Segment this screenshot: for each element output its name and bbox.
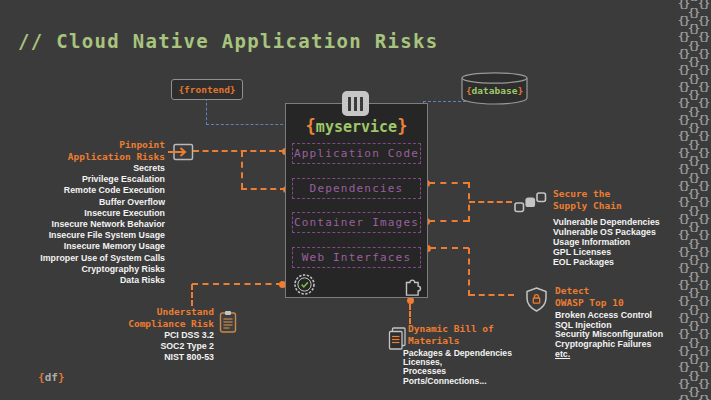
list-item: Pinpoint: [55, 139, 165, 151]
list-item: Remote Code Execution: [25, 185, 165, 196]
list-item: Insecure Network Behavior: [25, 219, 165, 230]
list-item: Secrets: [25, 163, 165, 174]
bom-section-title: Dynamic Bill ofMaterials: [408, 323, 518, 346]
brace-column: {} {} {} {} {} {} {} {} {} {} {} {} {} {…: [698, 0, 709, 400]
chain-links-icon: [514, 192, 547, 217]
myservice-container: {myservice} Application CodeDependencies…: [285, 103, 428, 298]
connector-frontend-v: [206, 98, 207, 125]
list-item: Cryptography Risks: [25, 264, 165, 275]
list-item: Insecure Execution: [25, 208, 165, 219]
myservice-label: {myservice}: [286, 116, 427, 136]
frontend-label: {frontend}: [178, 84, 235, 95]
list-item: Data Risks: [25, 275, 165, 286]
connector-pinpoint-branch-v: [241, 151, 243, 189]
service-layer: Web Interfaces: [292, 247, 421, 268]
list-item: Improper Use of System Calls: [25, 253, 165, 264]
puzzle-piece-icon: [402, 276, 423, 301]
connector-pinpoint-appcode: [193, 150, 285, 152]
connector-deps-h: [429, 182, 469, 184]
list-item: SOC2 Type 2: [120, 341, 214, 352]
slide-canvas: // Cloud Native Application Risks {} {} …: [0, 0, 711, 400]
database-label: {database}: [461, 85, 528, 96]
pinpoint-risk-list: SecretsPrivilege EscalationRemote Code E…: [25, 163, 165, 286]
list-item: Cryptographic Failures: [555, 340, 685, 350]
list-item: Secure the: [553, 188, 673, 200]
shield-lock-icon: [526, 287, 547, 316]
seal-check-icon: [293, 273, 316, 300]
list-item: Insecure Memory Usage: [25, 241, 165, 252]
compliance-section-title: UnderstandCompliance Risk: [120, 306, 214, 329]
database-node: {database}: [461, 72, 528, 106]
connector-images-h: [429, 220, 469, 222]
bom-list: Packages & DependenciesLicenses,Processe…: [403, 349, 518, 386]
list-item: GPL Licenses: [553, 247, 678, 257]
owasp-section-title: DetectOWASP Top 10: [555, 285, 675, 308]
supply-chain-section-title: Secure theSupply Chain: [553, 188, 673, 211]
list-item: Understand: [120, 306, 214, 318]
pinpoint-section-title: PinpointApplication Risks: [55, 139, 165, 162]
connector-web-h: [430, 247, 469, 249]
connector-compliance-h: [192, 283, 282, 285]
connector-owasp-v: [468, 248, 470, 296]
list-item: Vulnerable OS Packages: [553, 227, 678, 237]
connector-bom-v: [409, 304, 411, 324]
server-icon: [342, 91, 369, 116]
export-arrow-icon: [168, 143, 194, 165]
compliance-list: PCI DSS 3.2SOC2 Type 2NIST 800-53: [120, 330, 214, 363]
list-item: Compliance Risk: [120, 318, 214, 330]
page-title: // Cloud Native Application Risks: [18, 30, 438, 52]
supply-chain-list: Vulnerable DependenciesVulnerable OS Pac…: [553, 217, 678, 267]
connector-owasp-h: [469, 294, 514, 296]
connector-pinpoint-deps: [241, 188, 286, 190]
service-layer: Container Images: [292, 212, 421, 233]
service-layer: Dependencies: [292, 178, 421, 199]
owasp-list: Broken Access ControlSQL InjectionSecuri…: [555, 311, 685, 360]
list-item: Vulnerable Dependencies: [553, 217, 678, 227]
list-item: Application Risks: [55, 151, 165, 163]
service-layers: Application CodeDependenciesContainer Im…: [292, 143, 421, 281]
list-item: Usage Information: [553, 237, 678, 247]
frontend-node: {frontend}: [171, 79, 243, 100]
df-logo: {df}: [38, 371, 65, 384]
list-item: etc.: [555, 350, 685, 360]
list-item: Privilege Escalation: [25, 174, 165, 185]
list-item: NIST 800-53: [120, 352, 214, 363]
list-item: Buffer Overflow: [25, 197, 165, 208]
connector-compliance-v: [191, 284, 193, 306]
list-item: Supply Chain: [553, 200, 673, 212]
list-item: OWASP Top 10: [555, 297, 675, 309]
list-item: Ports/Connections...: [403, 377, 518, 386]
list-item: Insecure File System Usage: [25, 230, 165, 241]
service-layer: Application Code: [292, 143, 421, 164]
list-item: Materials: [408, 335, 518, 347]
list-item: Dynamic Bill of: [408, 323, 518, 335]
connector-supply-h: [469, 201, 512, 203]
list-item: Detect: [555, 285, 675, 297]
list-item: PCI DSS 3.2: [120, 330, 214, 341]
list-item: EOL Packages: [553, 257, 678, 267]
clipboard-icon: [219, 310, 237, 338]
